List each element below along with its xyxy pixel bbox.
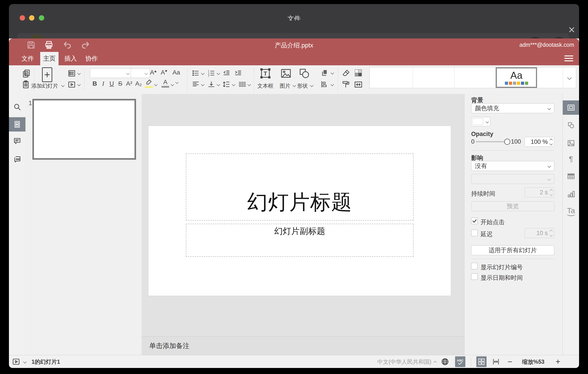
subtitle-placeholder[interactable]: 幻灯片副标题 [186,224,413,257]
fit-to-slide-icon[interactable] [476,356,487,367]
copy-icon[interactable] [22,69,31,78]
textbox-icon[interactable]: T [259,67,272,80]
paste-icon[interactable] [22,80,31,89]
opacity-slider-track[interactable] [476,141,507,142]
language-caret-icon[interactable] [434,361,437,364]
start-slideshow-icon[interactable] [67,80,76,89]
shape-label[interactable]: 形状 [297,82,308,89]
table-settings-icon[interactable] [563,169,579,183]
theme-option[interactable] [413,67,454,88]
chart-settings-icon[interactable] [563,187,579,201]
image-icon[interactable] [280,67,292,80]
slideshow-mode-dropdown-icon[interactable] [23,360,27,363]
italic-button[interactable]: I [99,79,107,88]
change-color-scheme-icon[interactable] [354,68,363,77]
opacity-slider-knob[interactable] [504,139,510,145]
slideshow-dropdown-icon[interactable] [77,83,81,86]
start-slideshow-status-icon[interactable] [12,358,20,366]
horizontal-align-icon[interactable] [192,80,200,88]
theme-option[interactable] [537,67,563,88]
align-shape-dropdown-icon[interactable] [331,83,334,86]
comments-icon[interactable] [9,134,25,148]
notes-area[interactable]: 单击添加备注 [142,336,464,355]
show-date-time-checkbox[interactable] [471,273,478,280]
effect-select[interactable]: 没有 [471,161,554,171]
columns-icon[interactable] [238,80,246,88]
show-slide-number-checkbox[interactable] [471,263,478,269]
theme-gallery-expand-icon[interactable] [563,67,576,88]
bullets-icon[interactable] [192,69,200,77]
line-spacing-dropdown-icon[interactable] [232,83,235,86]
spellcheck-icon[interactable]: ABC [455,356,465,367]
fit-to-width-icon[interactable] [492,358,500,365]
shape-icon[interactable] [298,67,311,80]
slides-panel-icon[interactable] [9,117,25,132]
slide-settings-icon[interactable] [563,100,579,115]
slide-thumbnail[interactable] [32,99,136,160]
start-on-click-label[interactable]: 开始点击 [481,218,505,226]
font-color-button[interactable]: A [161,78,169,88]
slide-size-icon[interactable] [354,80,363,89]
fill-color-swatch[interactable] [471,117,490,126]
search-icon[interactable] [9,100,25,114]
increase-font-button[interactable]: A [149,68,157,77]
add-slide-button[interactable] [42,67,52,82]
paragraph-settings-icon[interactable]: ¶ [563,152,579,166]
bold-button[interactable]: B [91,79,99,88]
zoom-in-button[interactable]: + [556,358,560,366]
columns-dropdown-icon[interactable] [248,83,251,86]
highlight-dropdown-icon[interactable] [154,83,158,86]
shape-dropdown-icon[interactable] [310,84,314,87]
theme-option[interactable] [370,67,413,88]
horizontal-align-dropdown-icon[interactable] [201,83,205,86]
tab-insert[interactable]: 插入 [59,52,82,65]
slide-layout-dropdown-icon[interactable] [77,72,81,75]
add-slide-label[interactable]: 添加幻灯片 [31,82,58,89]
arrange-shape-icon[interactable] [320,69,329,77]
slide-layout-icon[interactable] [67,69,76,78]
language-label[interactable]: 中文(中华人民共和国) [377,358,431,365]
strikeout-button[interactable]: S [116,79,124,88]
numbering-dropdown-icon[interactable] [217,72,220,75]
decrease-font-button[interactable]: A [160,68,168,77]
add-slide-dropdown-icon[interactable] [61,84,65,87]
shape-settings-icon[interactable] [563,118,579,132]
theme-option-selected[interactable]: Aa [496,67,537,88]
increase-indent-icon[interactable] [234,69,242,77]
delay-label[interactable]: 延迟 [481,230,493,238]
vertical-align-dropdown-icon[interactable] [217,83,220,86]
highlight-color-icon[interactable] [145,79,153,88]
underline-button[interactable]: U [108,79,116,88]
opacity-spinner[interactable]: 100 % [525,137,554,147]
apply-to-all-button[interactable]: 适用于所有幻灯片 [471,245,554,255]
textbox-label[interactable]: 文本框 [257,82,273,89]
image-dropdown-icon[interactable] [293,84,296,87]
numbering-icon[interactable]: 123 [207,69,215,77]
align-shape-icon[interactable] [320,80,328,88]
tab-collaboration[interactable]: 协作 [80,52,103,65]
textart-settings-icon[interactable]: Ta [563,204,579,218]
bullets-dropdown-icon[interactable] [201,72,205,75]
zoom-out-button[interactable]: − [508,358,512,366]
tab-file[interactable]: 文件 [17,52,39,65]
font-size-select[interactable] [131,68,150,78]
superscript-button[interactable]: A² [125,79,133,88]
arrange-dropdown-icon[interactable] [331,71,334,75]
fill-type-select[interactable]: 颜色填充 [471,103,554,113]
copy-style-icon[interactable] [342,80,350,88]
image-label[interactable]: 图片 [280,82,290,89]
show-date-time-label[interactable]: 显示日期和时间 [481,274,523,282]
theme-option[interactable] [454,67,496,88]
document-language-globe-icon[interactable] [441,357,449,366]
delay-checkbox[interactable] [471,230,478,236]
image-settings-icon[interactable] [563,136,579,150]
menu-icon[interactable] [564,55,573,62]
subscript-button[interactable]: A₂ [135,79,143,88]
show-slide-number-label[interactable]: 显示幻灯片编号 [481,263,523,271]
vertical-align-icon[interactable] [207,80,215,88]
decrease-indent-icon[interactable] [222,69,231,77]
slide-editor-area[interactable]: 幻灯片标题 幻灯片副标题 [148,126,451,296]
clear-style-icon[interactable] [342,69,350,77]
line-spacing-icon[interactable] [222,80,231,88]
tab-home[interactable]: 主页 [40,52,59,65]
